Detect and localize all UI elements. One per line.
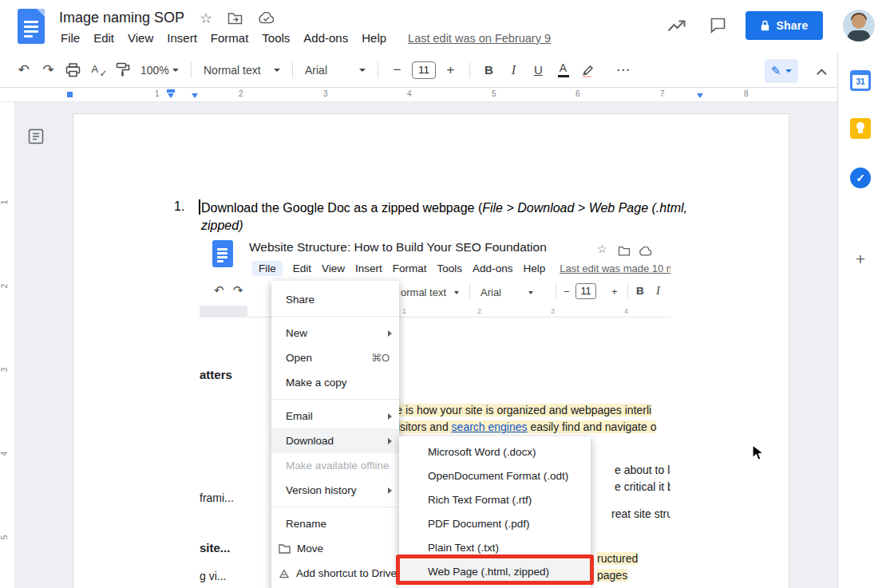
paragraph-line-1: Download the Google Doc as a zipped webp… (201, 199, 687, 216)
chevron-down-icon (785, 69, 792, 73)
move-folder-icon[interactable] (227, 12, 243, 25)
mini-docs-logo-icon (212, 240, 233, 267)
comments-icon[interactable] (710, 17, 726, 34)
last-edit-link[interactable]: Last edit was on February 9 (408, 32, 551, 45)
menu-insert[interactable]: Insert (167, 31, 197, 45)
highlight-color-button[interactable] (576, 58, 599, 81)
mini-file-menu-item-new: New (271, 321, 399, 345)
paragraph-style-select[interactable]: Normal text (198, 58, 286, 81)
ruler-label: 6 (575, 89, 580, 98)
ruler-label: 5 (0, 535, 9, 540)
mini-undo-icon: ↶ (214, 283, 224, 298)
paint-format-button[interactable] (111, 58, 134, 81)
mini-file-menu-item-open: Open⌘O (271, 345, 399, 370)
font-size-input[interactable]: 11 (412, 61, 436, 79)
left-indent-marker[interactable] (168, 93, 174, 98)
document-canvas: 1. Download the Google Doc as a zipped w… (0, 102, 837, 588)
avatar[interactable] (843, 10, 875, 41)
mini-highlighted-paragraph: ture is how your site is organized and w… (383, 402, 656, 436)
ruler-label: 2 (0, 284, 9, 289)
cloud-status-icon[interactable] (258, 12, 275, 24)
pencil-icon: ✎ (771, 64, 781, 78)
redo-button[interactable]: ↷ (37, 58, 60, 81)
embedded-screenshot-image[interactable]: Website Structure: How to Build Your SEO… (200, 235, 670, 588)
right-indent-marker[interactable] (697, 93, 703, 98)
menu-view[interactable]: View (128, 31, 153, 45)
star-icon[interactable]: ☆ (200, 11, 212, 26)
mini-file-menu: Share New Open⌘O Make a copy Email Downl… (271, 281, 399, 588)
spellcheck-button[interactable]: A✓ (86, 58, 109, 81)
ruler-label: 3 (0, 368, 9, 373)
mini-font-size: 11 (575, 283, 596, 299)
menu-edit[interactable]: Edit (93, 31, 114, 45)
ruler-label: 3 (323, 89, 328, 98)
mini-file-menu-item-move: Move (271, 536, 399, 561)
ruler-label: 5 (492, 89, 496, 98)
mini-file-menu-item-version-history: Version history (271, 478, 399, 503)
zoom-select[interactable]: 100% (135, 58, 184, 81)
mini-menu-add-ons: Add-ons (473, 262, 512, 274)
mini-menu-tools: Tools (437, 262, 463, 274)
mini-text-fragment: reat site structur (611, 507, 670, 520)
increase-font-size-button[interactable]: + (439, 58, 462, 81)
submenu-arrow-icon (388, 487, 392, 494)
italic-button[interactable]: I (502, 58, 525, 81)
document-outline-button[interactable] (25, 125, 47, 148)
mini-italic-icon: I (656, 284, 660, 298)
mini-decrease-font-icon: − (564, 286, 570, 298)
menu-tools[interactable]: Tools (262, 31, 290, 45)
keep-icon[interactable] (850, 118, 871, 139)
underline-button[interactable]: U (527, 58, 550, 81)
mini-text-fragment: site... (200, 541, 230, 554)
submenu-arrow-icon (388, 330, 392, 337)
margin-marker[interactable] (67, 92, 73, 97)
mini-ruler: 1 2 3 4 (200, 306, 670, 318)
menu-help[interactable]: Help (362, 31, 386, 45)
menu-format[interactable]: Format (211, 31, 249, 45)
docs-logo-icon[interactable] (18, 9, 45, 44)
ruler-label: 8 (744, 89, 749, 98)
mini-bold-icon: B (636, 285, 644, 297)
share-button[interactable]: Share (746, 11, 823, 40)
activity-dashboard-icon[interactable] (667, 19, 686, 32)
chevron-up-icon (817, 69, 827, 79)
font-select[interactable]: Arial (299, 58, 371, 81)
page[interactable]: 1. Download the Google Doc as a zipped w… (73, 114, 789, 588)
submenu-arrow-icon (388, 438, 392, 444)
document-title[interactable]: Image naming SOP (59, 10, 184, 26)
undo-button[interactable]: ↶ (12, 58, 35, 81)
text-cursor (199, 199, 200, 215)
mini-folder-icon (618, 246, 631, 256)
mini-increase-font-icon: + (611, 286, 618, 298)
mini-download-item-docx: Microsoft Word (.docx) (399, 440, 591, 464)
mini-text-fragment: pages (597, 569, 627, 582)
more-toolbar-button[interactable]: ⋯ (611, 58, 635, 81)
mini-redo-icon: ↷ (233, 283, 243, 298)
mini-menubar: File Edit View Insert Format Tools Add-o… (259, 261, 670, 276)
mini-text-fragment: g vi... (200, 570, 226, 582)
left-indent-bar[interactable] (167, 89, 175, 93)
calendar-icon[interactable]: 31 (850, 70, 871, 91)
text-color-button[interactable]: A (552, 58, 575, 81)
menu-file[interactable]: File (61, 31, 80, 45)
first-line-indent-marker[interactable] (192, 93, 198, 98)
decrease-font-size-button[interactable]: − (386, 58, 409, 81)
mini-file-menu-item-make-available-offline: Make available offline (271, 453, 399, 478)
mini-file-menu-item-download: Download (271, 428, 399, 453)
menu-add-ons[interactable]: Add-ons (303, 31, 348, 45)
toolbar: ↶ ↷ A✓ 100% Normal text Arial − 11 + B I… (0, 53, 882, 88)
horizontal-ruler: 1 2 3 4 5 6 7 8 (0, 88, 837, 102)
ruler-label: 4 (407, 89, 412, 98)
title-row: Image naming SOP ☆ (59, 10, 275, 26)
print-button[interactable] (61, 58, 85, 81)
mini-last-edit-link: Last edit was made 10 m (560, 262, 670, 274)
editing-mode-button[interactable]: ✎ (765, 59, 798, 83)
mini-file-menu-item-email: Email (271, 404, 399, 428)
mini-text-fragment: atters (200, 368, 232, 381)
share-label: Share (777, 19, 809, 32)
bold-button[interactable]: B (477, 58, 500, 81)
mini-cloud-icon (639, 247, 652, 256)
add-panel-button[interactable]: + (850, 249, 871, 270)
tasks-icon[interactable]: ✓ (850, 168, 871, 188)
collapse-toolbar-button[interactable] (813, 62, 833, 81)
